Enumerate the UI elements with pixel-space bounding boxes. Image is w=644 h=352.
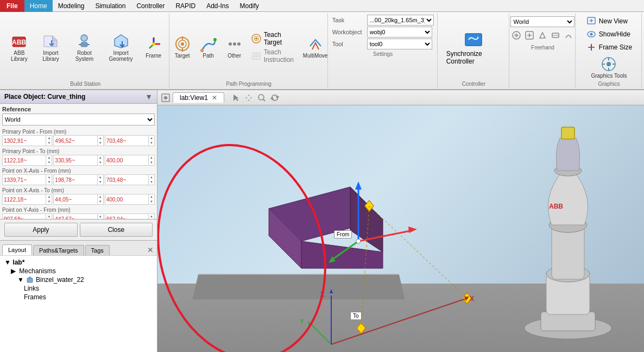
xaxis-to-z-input[interactable] (105, 197, 148, 203)
viewport-tab-close[interactable]: ✕ (212, 94, 217, 102)
primary-to-z-spinner[interactable]: ▲▼ (148, 155, 154, 165)
primary-to-y[interactable]: ▲▼ (53, 155, 103, 166)
primary-from-y[interactable]: ▲▼ (53, 135, 103, 146)
xaxis-from-z-input[interactable] (105, 177, 148, 183)
yaxis-from-z[interactable]: ▲▼ (105, 213, 155, 219)
graphics-tools-button[interactable]: Graphics Tools (589, 54, 629, 80)
menu-modeling[interactable]: Modeling (53, 0, 90, 12)
teach-instruction-button[interactable]: Teach Instruction (249, 48, 301, 64)
apply-button[interactable]: Apply (4, 223, 78, 237)
tab-paths-targets[interactable]: Paths&Targets (33, 245, 84, 255)
primary-to-z-input[interactable] (105, 158, 148, 164)
teach-target-button[interactable]: Teach Target (249, 30, 301, 47)
xaxis-from-y[interactable]: ▲▼ (53, 174, 103, 185)
freehand-icon-4[interactable] (550, 29, 561, 41)
xaxis-from-x-input[interactable] (3, 177, 46, 183)
xaxis-from-y-input[interactable] (54, 177, 97, 183)
target-button[interactable]: Target (171, 34, 194, 60)
primary-from-x[interactable]: ▲▼ (2, 135, 52, 146)
frame-size-button[interactable]: Frame Size (584, 41, 634, 53)
primary-to-z[interactable]: ▲▼ (105, 155, 155, 166)
import-library-button[interactable]: Import Library (35, 32, 66, 63)
menu-modify[interactable]: Modify (235, 0, 264, 12)
primary-from-z[interactable]: ▲▼ (105, 135, 155, 146)
tree-item-mechanisms[interactable]: ▶ Mechanisms (2, 267, 155, 275)
menu-addins[interactable]: Add-Ins (201, 0, 234, 12)
xaxis-from-y-spinner[interactable]: ▲▼ (97, 175, 103, 185)
tree-item-frames[interactable]: Frames (2, 293, 155, 301)
xaxis-from-z[interactable]: ▲▼ (105, 174, 155, 185)
synchronize-button[interactable]: Synchronize Controller (442, 28, 506, 66)
xaxis-to-y[interactable]: ▲▼ (53, 194, 103, 205)
reference-select[interactable]: World (2, 114, 155, 125)
tree-item-links[interactable]: Links (2, 284, 155, 293)
xaxis-to-x-input[interactable] (3, 197, 46, 203)
frame-button[interactable]: Frame (142, 34, 166, 60)
yaxis-from-y-spinner[interactable]: ▲▼ (97, 214, 103, 219)
task-select[interactable]: ...00_20kg_1.65m_3) (367, 15, 434, 26)
menu-home[interactable]: Home (24, 0, 53, 12)
menu-rapid[interactable]: RAPID (170, 0, 201, 12)
primary-from-y-input[interactable] (54, 138, 97, 144)
freehand-icon-5[interactable] (563, 29, 574, 41)
graphics-label: Graphics (598, 81, 620, 87)
vp-toolbar-icon-1[interactable] (160, 92, 172, 104)
file-menu[interactable]: File (0, 0, 24, 12)
xaxis-from-x-spinner[interactable]: ▲▼ (46, 175, 52, 185)
xaxis-to-y-spinner[interactable]: ▲▼ (97, 194, 103, 204)
other-button[interactable]: Other (223, 34, 247, 60)
menu-simulation[interactable]: Simulation (90, 0, 131, 12)
tree-expand-binzel[interactable]: ▼ (17, 276, 24, 284)
xaxis-to-x[interactable]: ▲▼ (2, 194, 52, 205)
xaxis-to-y-input[interactable] (54, 197, 97, 203)
freehand-icon-2[interactable] (523, 29, 535, 41)
tree-item-lab[interactable]: ▼ lab* (2, 258, 155, 267)
new-view-button[interactable]: New View (584, 15, 634, 27)
primary-to-y-spinner[interactable]: ▲▼ (97, 155, 103, 165)
freehand-icon-1[interactable] (510, 29, 522, 41)
primary-from-z-spinner[interactable]: ▲▼ (148, 136, 154, 146)
primary-to-x[interactable]: ▲▼ (2, 155, 52, 166)
primary-from-x-input[interactable] (3, 138, 46, 144)
tree-expand-lab[interactable]: ▼ (4, 259, 11, 266)
primary-from-z-input[interactable] (105, 138, 148, 144)
import-geometry-button[interactable]: Import Geometry (103, 32, 140, 63)
vp-icon-select[interactable] (230, 92, 242, 104)
abb-library-button[interactable]: ABB ABB Library (5, 32, 33, 63)
yaxis-from-z-spinner[interactable]: ▲▼ (148, 214, 154, 219)
yaxis-from-y[interactable]: ▲▼ (53, 213, 103, 219)
menu-controller[interactable]: Controller (131, 0, 170, 12)
panel-close-button[interactable]: ▼ (145, 92, 153, 101)
tab-layout[interactable]: Layout (2, 244, 32, 255)
world-select[interactable]: World (510, 16, 574, 27)
primary-from-x-spinner[interactable]: ▲▼ (46, 136, 52, 146)
tree-item-binzel[interactable]: ▼ Binzel_water_22 (2, 275, 155, 284)
xaxis-to-x-spinner[interactable]: ▲▼ (46, 194, 52, 204)
freehand-icon-3[interactable] (536, 29, 548, 41)
path-button[interactable]: Path (197, 34, 220, 60)
tool-select[interactable]: tool0 (367, 39, 432, 49)
primary-from-y-spinner[interactable]: ▲▼ (97, 136, 103, 146)
close-button[interactable]: Close (80, 223, 153, 237)
show-hide-button[interactable]: Show/Hide (584, 28, 634, 40)
xaxis-to-z[interactable]: ▲▼ (105, 194, 155, 205)
multimove-button[interactable]: MultiMove (304, 34, 327, 60)
yaxis-from-x[interactable]: ▲▼ (2, 213, 52, 219)
vp-icon-zoom[interactable] (256, 92, 268, 104)
vp-icon-pan[interactable] (243, 92, 255, 104)
vp-icon-rotate[interactable] (269, 92, 281, 104)
primary-to-x-spinner[interactable]: ▲▼ (46, 155, 52, 165)
robot-system-button[interactable]: Robot System (68, 32, 100, 63)
viewport-tab-lab-view1[interactable]: lab:View1 ✕ (173, 92, 224, 103)
xaxis-from-x[interactable]: ▲▼ (2, 174, 52, 185)
xaxis-from-z-spinner[interactable]: ▲▼ (148, 175, 154, 185)
bottom-panel-close[interactable]: ✕ (146, 244, 155, 255)
primary-to-y-input[interactable] (54, 158, 97, 164)
tab-tags[interactable]: Tags (85, 245, 110, 255)
yaxis-from-x-spinner[interactable]: ▲▼ (46, 214, 52, 219)
workobject-select[interactable]: wobj0 (367, 27, 432, 37)
yaxis-from-label: Point on Y-Axis - From (mm) (2, 207, 155, 213)
xaxis-to-z-spinner[interactable]: ▲▼ (148, 194, 154, 204)
tree-expand-mechanisms[interactable]: ▶ (11, 267, 17, 275)
primary-to-x-input[interactable] (3, 158, 46, 164)
